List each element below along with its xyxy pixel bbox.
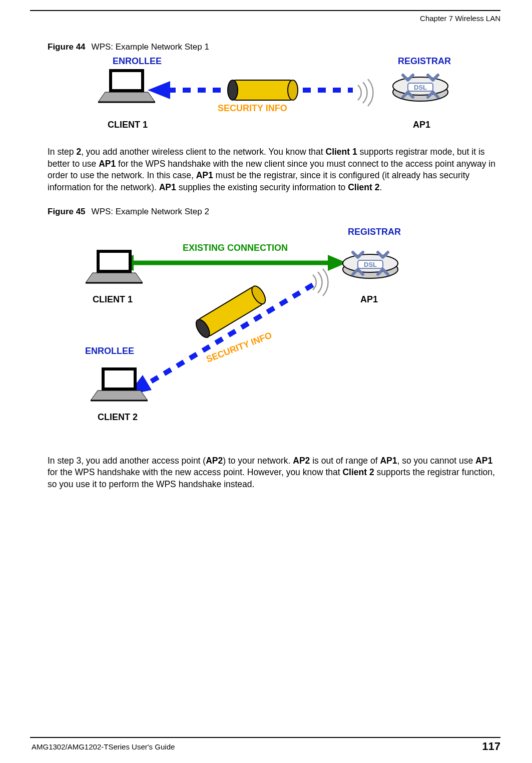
router-dsl-text-2: DSL: [364, 261, 377, 268]
p2-seg4: , so you cannot use: [397, 456, 475, 466]
p1-seg7: .: [379, 182, 382, 192]
p1-b1: 2: [76, 147, 81, 157]
figure44-caption-text: WPS: Example Network Step 1: [92, 42, 209, 52]
registrar-label: REGISTRAR: [398, 56, 451, 66]
figure45-caption-prefix: Figure 45: [48, 207, 86, 216]
client2-label: CLIENT 2: [98, 412, 138, 422]
svg-rect-9: [233, 80, 293, 100]
ap1-label-2: AP1: [360, 294, 378, 304]
router-dsl-text: DSL: [414, 84, 427, 91]
p1-b3: AP1: [99, 159, 116, 169]
laptop-icon: [98, 69, 155, 102]
router-ap1-icon: DSL: [343, 252, 398, 278]
p2-b5: Client 2: [342, 467, 374, 477]
p2-b3: AP1: [380, 456, 397, 466]
enrollee-label: ENROLLEE: [113, 56, 162, 66]
svg-point-11: [228, 80, 238, 100]
p1-seg1: In step: [48, 147, 76, 157]
p1-b5: AP1: [159, 182, 176, 192]
security-info-label: SECURITY INFO: [218, 103, 287, 113]
p1-seg2: , you add another wireless client to the…: [81, 147, 325, 157]
wireless-icon-2: [313, 269, 328, 296]
svg-marker-2: [98, 92, 155, 102]
svg-rect-1: [112, 72, 141, 89]
p2-b1: AP2: [206, 456, 223, 466]
p1-b6: Client 2: [348, 182, 379, 192]
svg-marker-17: [86, 273, 143, 283]
wireless-icon: [358, 79, 373, 106]
p2-b4: AP1: [475, 456, 492, 466]
figure45-diagram: REGISTRAR EXISTING CONNECTION CLIENT 1: [48, 220, 498, 440]
p2-seg3: is out of range of: [310, 456, 380, 466]
page-number: 117: [482, 740, 500, 753]
laptop-client1-icon: [86, 250, 143, 283]
security-info-label-2: SECURITY INFO: [205, 330, 273, 364]
p1-b4: AP1: [196, 170, 213, 180]
p1-seg6: supplies the existing security informati…: [176, 182, 348, 192]
client1-label: CLIENT 1: [108, 120, 148, 130]
router-icon: DSL: [393, 75, 448, 101]
svg-point-10: [288, 80, 298, 100]
p2-seg5: for the WPS handshake with the new acces…: [48, 467, 342, 477]
client1-label-2: CLIENT 1: [93, 294, 133, 304]
p2-seg2: ) to your network.: [223, 456, 293, 466]
figure45-caption-text: WPS: Example Network Step 2: [92, 207, 209, 216]
top-rule: [30, 10, 500, 11]
figure44-diagram: ENROLLEE REGISTRAR DSL: [48, 55, 498, 135]
svg-rect-28: [105, 370, 134, 388]
p1-b2: Client 1: [326, 147, 357, 157]
paragraph-step3: In step 3, you add another access point …: [48, 455, 498, 491]
svg-marker-29: [91, 391, 148, 401]
existing-connection-label: EXISTING CONNECTION: [183, 243, 288, 253]
figure44-caption: Figure 44WPS: Example Network Step 1: [48, 42, 498, 52]
chapter-label: Chapter 7 Wireless LAN: [420, 14, 500, 23]
existing-connection-arrow: [113, 255, 347, 271]
security-info-arrow-2: [128, 285, 313, 395]
guide-name: AMG1302/AMG1202-TSeries User's Guide: [32, 742, 175, 751]
ap1-label: AP1: [413, 120, 430, 130]
paragraph-step2: In step 2, you add another wireless clie…: [48, 146, 498, 194]
p2-b2: AP2: [293, 456, 310, 466]
bottom-rule: [30, 737, 500, 738]
cylinder-icon: [228, 80, 298, 100]
registrar-label-2: REGISTRAR: [348, 227, 401, 237]
p2-seg1: In step 3, you add another access point …: [48, 456, 206, 466]
figure45-caption: Figure 45WPS: Example Network Step 2: [48, 207, 498, 217]
svg-line-22: [145, 285, 313, 385]
svg-rect-16: [100, 253, 129, 270]
enrollee-label-2: ENROLLEE: [85, 346, 134, 356]
figure44-caption-prefix: Figure 44: [48, 42, 86, 52]
